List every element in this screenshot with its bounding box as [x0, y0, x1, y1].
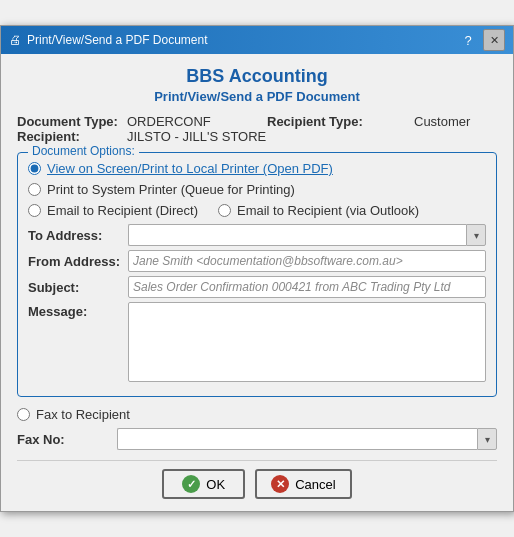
- group-box-legend: Document Options:: [28, 144, 139, 158]
- from-address-input[interactable]: [128, 250, 486, 272]
- fax-radio[interactable]: [17, 408, 30, 421]
- ok-button[interactable]: ✓ OK: [162, 469, 245, 499]
- help-button[interactable]: ?: [457, 29, 479, 51]
- fax-no-label: Fax No:: [17, 432, 117, 447]
- ok-check-icon: ✓: [182, 475, 200, 493]
- print-system-radio[interactable]: [28, 183, 41, 196]
- close-button[interactable]: ✕: [483, 29, 505, 51]
- email-direct-radio[interactable]: [28, 204, 41, 217]
- fax-no-dropdown-btn[interactable]: ▾: [477, 428, 497, 450]
- from-address-label: From Address:: [28, 254, 128, 269]
- print-system-option[interactable]: Print to System Printer (Queue for Print…: [28, 182, 486, 197]
- fax-label[interactable]: Fax to Recipient: [36, 407, 130, 422]
- fax-no-row: Fax No: ▾: [17, 428, 497, 450]
- email-outlook-radio[interactable]: [218, 204, 231, 217]
- to-address-dropdown-btn[interactable]: ▾: [466, 224, 486, 246]
- message-label: Message:: [28, 304, 128, 319]
- recipient-type-value: Customer: [414, 114, 497, 129]
- title-bar-controls: ? ✕: [457, 29, 505, 51]
- window-icon: 🖨: [9, 33, 21, 47]
- to-address-input[interactable]: [128, 224, 466, 246]
- title-bar-left: 🖨 Print/View/Send a PDF Document: [9, 33, 208, 47]
- fax-no-input[interactable]: [117, 428, 477, 450]
- recipient-value: JILSTO - JILL'S STORE: [127, 129, 497, 144]
- email-outlook-label[interactable]: Email to Recipient (via Outlook): [237, 203, 419, 218]
- subject-row: Subject:: [28, 276, 486, 298]
- to-address-label: To Address:: [28, 228, 128, 243]
- subject-label: Subject:: [28, 280, 128, 295]
- cancel-button[interactable]: ✕ Cancel: [255, 469, 351, 499]
- doc-type-value: ORDERCONF: [127, 114, 267, 129]
- to-address-row: To Address: ▾: [28, 224, 486, 246]
- to-address-field-wrapper: ▾: [128, 224, 486, 246]
- subject-input[interactable]: [128, 276, 486, 298]
- email-options-row: Email to Recipient (Direct) Email to Rec…: [28, 203, 486, 218]
- view-screen-radio[interactable]: [28, 162, 41, 175]
- document-options-group: Document Options: View on Screen/Print t…: [17, 152, 497, 397]
- title-bar: 🖨 Print/View/Send a PDF Document ? ✕: [1, 26, 513, 54]
- main-window: 🖨 Print/View/Send a PDF Document ? ✕ BBS…: [0, 25, 514, 512]
- content-area: BBS Accounting Print/View/Send a PDF Doc…: [1, 54, 513, 511]
- email-direct-label[interactable]: Email to Recipient (Direct): [47, 203, 198, 218]
- view-screen-option[interactable]: View on Screen/Print to Local Printer (O…: [28, 161, 486, 176]
- recipient-label: Recipient:: [17, 129, 127, 144]
- fax-no-field-wrapper: ▾: [117, 428, 497, 450]
- message-textarea[interactable]: [128, 302, 486, 382]
- ok-label: OK: [206, 477, 225, 492]
- recipient-type-label: Recipient Type:: [267, 114, 414, 129]
- doc-type-label: Document Type:: [17, 114, 127, 129]
- cancel-x-icon: ✕: [271, 475, 289, 493]
- bottom-buttons: ✓ OK ✕ Cancel: [17, 460, 497, 499]
- email-direct-option[interactable]: Email to Recipient (Direct): [28, 203, 198, 218]
- app-title: BBS Accounting: [17, 66, 497, 87]
- fax-section: Fax to Recipient Fax No: ▾: [17, 407, 497, 450]
- fax-option[interactable]: Fax to Recipient: [17, 407, 497, 422]
- print-system-label[interactable]: Print to System Printer (Queue for Print…: [47, 182, 295, 197]
- message-row: Message:: [28, 302, 486, 382]
- window-title: Print/View/Send a PDF Document: [27, 33, 208, 47]
- document-info-table: Document Type: ORDERCONF Recipient Type:…: [17, 114, 497, 144]
- cancel-label: Cancel: [295, 477, 335, 492]
- from-address-row: From Address:: [28, 250, 486, 272]
- view-screen-label[interactable]: View on Screen/Print to Local Printer (O…: [47, 161, 333, 176]
- email-outlook-option[interactable]: Email to Recipient (via Outlook): [218, 203, 419, 218]
- app-subtitle: Print/View/Send a PDF Document: [17, 89, 497, 104]
